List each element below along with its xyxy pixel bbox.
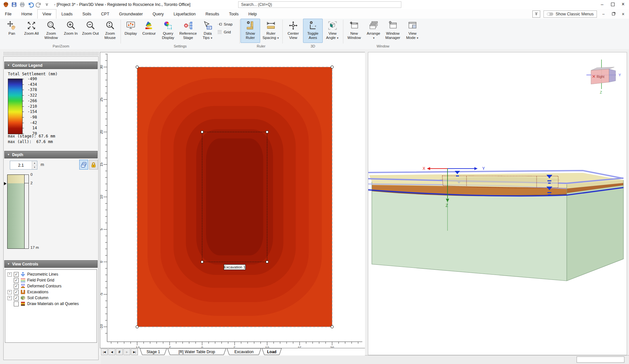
stage-tab-label[interactable]: Load xyxy=(267,350,276,354)
view-controls-header[interactable]: ▼ View Controls xyxy=(4,260,98,268)
zoom-in-button[interactable]: Zoom In xyxy=(61,19,81,43)
checkbox[interactable] xyxy=(14,301,19,306)
toggle-axes-button[interactable]: x Toggle Axes xyxy=(303,19,323,43)
menu-results[interactable]: Results xyxy=(200,9,224,19)
zoom-out-button[interactable]: Zoom Out xyxy=(81,19,100,43)
depth-header[interactable]: ▼ Depth xyxy=(4,151,98,158)
contour-legend-header[interactable]: ▼ Contour Legend xyxy=(4,62,98,69)
expand-icon[interactable]: + xyxy=(8,296,12,300)
checkbox[interactable]: ✓ xyxy=(14,290,19,295)
grid-toggle[interactable]: Grid xyxy=(217,29,239,35)
query-display-button[interactable]: Query Display xyxy=(158,19,178,43)
legend-tick-label: 14 xyxy=(25,126,37,130)
spin-down-icon[interactable]: ▼ xyxy=(32,165,37,169)
arrange-button[interactable]: Arrange▼ xyxy=(364,19,383,43)
expand-icon[interactable]: + xyxy=(8,272,12,277)
expand-icon[interactable]: + xyxy=(8,290,12,294)
tree-item-soil-column[interactable]: + ✓ Soil Column xyxy=(5,295,48,301)
zoom-window-icon xyxy=(46,21,56,30)
doc-minimize-button[interactable]: – xyxy=(600,12,607,16)
view-mode-button[interactable]: View Mode▼ xyxy=(403,19,422,43)
stage-number-button[interactable]: # xyxy=(116,349,123,355)
checkbox[interactable]: ✓ xyxy=(14,284,19,289)
tree-item-draw-materials[interactable]: + Draw Materials on all Queries xyxy=(5,301,79,307)
tree-item-excavations[interactable]: + ✓ Excavations xyxy=(5,289,48,295)
tree-item-deformed-contours[interactable]: + ✓ Deformed Contours xyxy=(5,283,62,289)
display-button[interactable]: Display xyxy=(122,19,140,43)
ribbon-pin-icon[interactable] xyxy=(532,10,540,18)
save-icon[interactable] xyxy=(11,1,17,8)
pan-button[interactable]: Pan xyxy=(2,19,22,43)
current-depth-marker[interactable] xyxy=(4,182,7,185)
checkbox[interactable]: ✓ xyxy=(14,272,19,277)
center-view-button[interactable]: Center View xyxy=(283,19,303,43)
checkbox[interactable]: ✓ xyxy=(14,296,19,300)
data-tips-button[interactable]: Data Tips▼ xyxy=(198,19,217,43)
minimize-button[interactable]: – xyxy=(597,0,607,9)
orientation-cube[interactable]: Right Y Z xyxy=(586,60,621,94)
menu-query[interactable]: Query xyxy=(148,9,169,19)
menu-file[interactable]: File xyxy=(0,9,16,19)
excavation-handle[interactable] xyxy=(201,131,203,133)
stage-tab-label[interactable]: Excavation xyxy=(234,350,254,354)
stage-tab-label[interactable]: [R] Water Table Drop xyxy=(179,350,215,354)
next-stage-button[interactable]: ▶ xyxy=(124,349,130,355)
selection-handle[interactable] xyxy=(331,325,334,328)
menu-soils[interactable]: Soils xyxy=(77,9,96,19)
selection-handle[interactable] xyxy=(331,66,334,68)
print-icon[interactable] xyxy=(19,1,26,8)
previous-stage-button[interactable]: ◀ xyxy=(108,349,115,355)
menu-help[interactable]: Help xyxy=(243,9,262,19)
plan-view-canvas[interactable]: Excavation 1-10-5051015202530-10-5051015… xyxy=(100,52,365,348)
first-stage-button[interactable]: |◀ xyxy=(101,349,108,355)
excavation-handle[interactable] xyxy=(266,131,268,133)
excavation-handle[interactable] xyxy=(266,261,268,263)
reference-stage-button[interactable]: R123 Reference Stage xyxy=(178,19,198,43)
zoom-all-button[interactable]: Zoom All xyxy=(22,19,41,43)
stage-tab-label[interactable]: Stage 1 xyxy=(146,350,160,354)
snap-toggle[interactable]: Snap xyxy=(217,22,239,27)
view-splitter[interactable] xyxy=(365,52,368,355)
show-classic-menus-toggle[interactable]: Show Classic Menus xyxy=(543,10,597,18)
doc-restore-button[interactable] xyxy=(610,12,617,15)
redo-icon[interactable] xyxy=(35,1,42,8)
checkbox[interactable]: ✓ xyxy=(14,278,19,283)
legend-tick-label: -154 xyxy=(25,109,37,114)
qat-dropdown-icon[interactable] xyxy=(44,1,50,8)
contour-button[interactable]: Contour xyxy=(140,19,158,43)
menu-groundwater[interactable]: Groundwater xyxy=(114,9,148,19)
depth-input[interactable] xyxy=(10,161,32,169)
ruler-spacing-button[interactable]: Ruler Spacing▼ xyxy=(260,19,282,43)
three-d-view[interactable]: X Y Z Right Y Z xyxy=(368,52,627,355)
selection-handle[interactable] xyxy=(136,66,139,68)
tree-item-field-point-grid[interactable]: + ✓ Field Point Grid xyxy=(5,277,54,283)
menu-cpt[interactable]: CPT xyxy=(96,9,114,19)
new-window-button[interactable]: New Window xyxy=(344,19,364,43)
last-stage-button[interactable]: ▶| xyxy=(131,349,138,355)
view-angle-button[interactable]: View Angle▼ xyxy=(323,19,342,43)
show-ruler-button[interactable]: Show Ruler xyxy=(240,19,260,43)
zoom-window-button[interactable]: Zoom Window xyxy=(41,19,61,43)
apply-depth-all-views-button[interactable] xyxy=(79,160,88,170)
three-d-canvas[interactable]: X Y Z Right Y Z xyxy=(368,52,627,355)
menu-view[interactable]: View xyxy=(37,9,57,19)
maximize-button[interactable] xyxy=(607,0,618,9)
close-button[interactable]: × xyxy=(618,0,628,9)
excavation-handle[interactable] xyxy=(201,261,203,263)
menu-tools[interactable]: Tools xyxy=(224,9,243,19)
menu-loads[interactable]: Loads xyxy=(56,9,77,19)
sidebar-grip-handle[interactable] xyxy=(3,52,99,55)
tree-item-piezometric-lines[interactable]: + ✓ Piezometric Lines xyxy=(5,271,58,277)
menu-home[interactable]: Home xyxy=(16,9,37,19)
undo-icon[interactable] xyxy=(27,1,34,8)
menu-liquefaction[interactable]: Liquefaction xyxy=(169,9,200,19)
doc-close-button[interactable]: × xyxy=(620,11,626,17)
zoom-mouse-button[interactable]: Zoom Mouse xyxy=(100,19,120,43)
app-icon[interactable] xyxy=(3,1,9,8)
search-input[interactable] xyxy=(238,1,401,8)
lock-depth-button[interactable] xyxy=(89,160,98,170)
window-manager-button[interactable]: Window Manager xyxy=(383,19,403,43)
selection-handle[interactable] xyxy=(136,325,139,328)
plan-view[interactable]: Excavation 1-10-5051015202530-10-5051015… xyxy=(100,52,365,348)
spin-up-icon[interactable]: ▲ xyxy=(32,161,37,165)
